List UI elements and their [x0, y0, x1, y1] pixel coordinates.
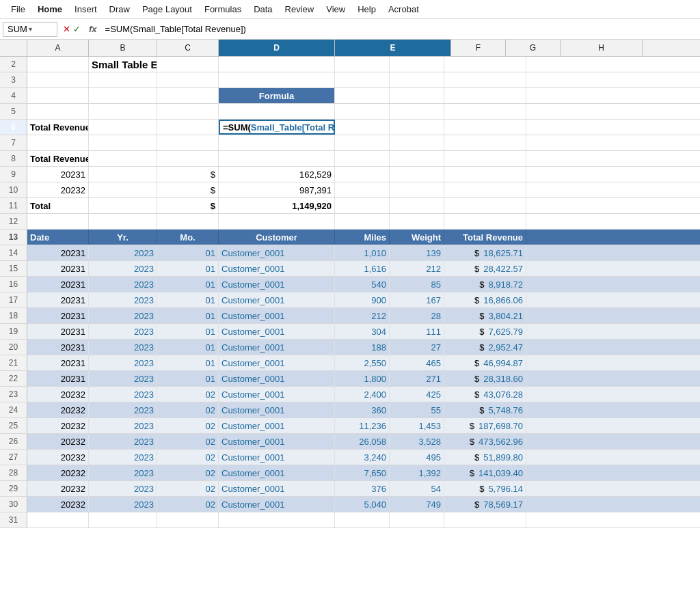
cell-g30[interactable]: 749	[390, 497, 444, 512]
col-header-c[interactable]: C	[157, 40, 219, 56]
cell-e27[interactable]: Customer_0001	[219, 450, 335, 465]
cell-g17[interactable]: 167	[390, 292, 444, 307]
cell-d22[interactable]: 01	[157, 371, 219, 386]
cell-f26[interactable]: 26,058	[335, 434, 390, 449]
cell-d13[interactable]: Mo.	[157, 230, 219, 245]
cell-d8[interactable]	[157, 151, 219, 166]
cell-e25[interactable]: Customer_0001	[219, 418, 335, 433]
cell-c10[interactable]	[89, 182, 157, 197]
cell-g10[interactable]	[390, 182, 444, 197]
cell-g14[interactable]: 139	[390, 245, 444, 260]
cell-h2[interactable]	[444, 57, 526, 72]
cell-f14[interactable]: 1,010	[335, 245, 390, 260]
cell-e8[interactable]	[219, 151, 335, 166]
cell-e17[interactable]: Customer_0001	[219, 292, 335, 307]
cell-g6[interactable]	[390, 120, 444, 135]
cell-h24[interactable]: $5,748.76	[444, 402, 526, 417]
cell-c13[interactable]: Yr.	[89, 230, 157, 245]
cell-g13[interactable]: Weight	[390, 230, 444, 245]
cell-g18[interactable]: 28	[390, 308, 444, 323]
cell-h16[interactable]: $8,918.72	[444, 277, 526, 292]
cell-h19[interactable]: $7,625.79	[444, 324, 526, 339]
menu-draw[interactable]: Draw	[104, 3, 135, 16]
cell-f13[interactable]: Miles	[335, 230, 390, 245]
menu-acrobat[interactable]: Acrobat	[383, 3, 425, 16]
cell-d24[interactable]: 02	[157, 402, 219, 417]
menu-review[interactable]: Review	[280, 3, 320, 16]
cell-e20[interactable]: Customer_0001	[219, 340, 335, 355]
cell-c23[interactable]: 2023	[89, 387, 157, 402]
cell-f10[interactable]	[335, 182, 390, 197]
cell-h8[interactable]	[444, 151, 526, 166]
cell-h10[interactable]	[444, 182, 526, 197]
cell-e6[interactable]: =SUM(Small_Table[Total Revenue])	[219, 120, 335, 135]
menu-page-layout[interactable]: Page Layout	[137, 3, 198, 16]
cell-f19[interactable]: 304	[335, 324, 390, 339]
menu-file[interactable]: File	[5, 3, 31, 16]
cell-c6[interactable]	[89, 120, 157, 135]
cell-h17[interactable]: $16,866.06	[444, 292, 526, 307]
cell-g29[interactable]: 54	[390, 481, 444, 496]
cell-h23[interactable]: $43,076.28	[444, 387, 526, 402]
cell-c29[interactable]: 2023	[89, 481, 157, 496]
cell-g27[interactable]: 495	[390, 450, 444, 465]
cell-b14[interactable]: 20231	[27, 245, 89, 260]
cell-b17[interactable]: 20231	[27, 292, 89, 307]
cell-e23[interactable]: Customer_0001	[219, 387, 335, 402]
cell-f11[interactable]	[335, 198, 390, 213]
cell-f2[interactable]	[335, 57, 390, 72]
cell-b13[interactable]: Date	[27, 230, 89, 245]
cell-b23[interactable]: 20232	[27, 387, 89, 402]
cell-e21[interactable]: Customer_0001	[219, 355, 335, 370]
cell-g23[interactable]: 425	[390, 387, 444, 402]
formula-input[interactable]	[103, 22, 697, 37]
cell-h9[interactable]	[444, 167, 526, 182]
cell-f16[interactable]: 540	[335, 277, 390, 292]
cell-c21[interactable]: 2023	[89, 355, 157, 370]
cell-d10[interactable]: $	[157, 182, 219, 197]
cell-f25[interactable]: 11,236	[335, 418, 390, 433]
cell-g15[interactable]: 212	[390, 261, 444, 276]
col-header-e[interactable]: E	[335, 40, 451, 56]
cell-e9[interactable]: 162,529	[219, 167, 335, 182]
cell-e2[interactable]	[219, 57, 335, 72]
cell-e10[interactable]: 987,391	[219, 182, 335, 197]
cell-e19[interactable]: Customer_0001	[219, 324, 335, 339]
cell-b29[interactable]: 20232	[27, 481, 89, 496]
cell-g16[interactable]: 85	[390, 277, 444, 292]
cell-d4[interactable]	[157, 88, 219, 103]
cell-g20[interactable]: 27	[390, 340, 444, 355]
cell-h27[interactable]: $51,899.80	[444, 450, 526, 465]
menu-home[interactable]: Home	[32, 3, 68, 16]
cell-d21[interactable]: 01	[157, 355, 219, 370]
cell-d17[interactable]: 01	[157, 292, 219, 307]
cell-g25[interactable]: 1,453	[390, 418, 444, 433]
cell-c19[interactable]: 2023	[89, 324, 157, 339]
cell-c11[interactable]	[89, 198, 157, 213]
menu-data[interactable]: Data	[248, 3, 278, 16]
cell-e13[interactable]: Customer	[219, 230, 335, 245]
cell-h26[interactable]: $473,562.96	[444, 434, 526, 449]
cell-e11[interactable]: 1,149,920	[219, 198, 335, 213]
cell-f4[interactable]	[335, 88, 390, 103]
cell-d2[interactable]	[157, 57, 219, 72]
cell-f20[interactable]: 188	[335, 340, 390, 355]
cancel-icon[interactable]: ✕	[63, 24, 70, 34]
cell-b18[interactable]: 20231	[27, 308, 89, 323]
cell-h18[interactable]: $3,804.21	[444, 308, 526, 323]
cell-b21[interactable]: 20231	[27, 355, 89, 370]
col-header-a[interactable]: A	[27, 40, 89, 56]
menu-help[interactable]: Help	[352, 3, 381, 16]
cell-e16[interactable]: Customer_0001	[219, 277, 335, 292]
cell-h22[interactable]: $28,318.60	[444, 371, 526, 386]
cell-d30[interactable]: 02	[157, 497, 219, 512]
cell-b22[interactable]: 20231	[27, 371, 89, 386]
cell-e24[interactable]: Customer_0001	[219, 402, 335, 417]
cell-c14[interactable]: 2023	[89, 245, 157, 260]
cell-h25[interactable]: $187,698.70	[444, 418, 526, 433]
cell-c9[interactable]	[89, 167, 157, 182]
cell-b11[interactable]: Total	[27, 198, 89, 213]
cell-b2[interactable]	[27, 57, 89, 72]
cell-h13[interactable]: Total Revenue	[444, 230, 526, 245]
cell-h21[interactable]: $46,994.87	[444, 355, 526, 370]
